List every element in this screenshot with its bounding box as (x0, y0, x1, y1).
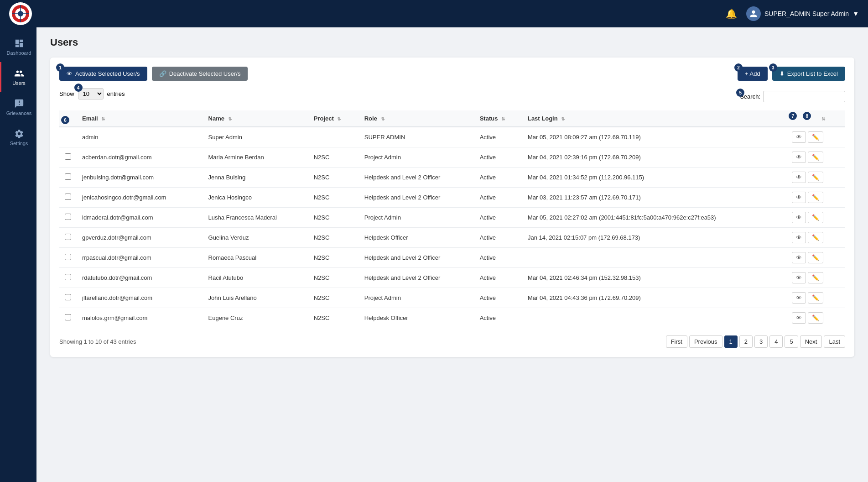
edit-button[interactable]: ✏️ (808, 131, 823, 143)
badge-6: 6 (61, 116, 69, 124)
cell-last_login (522, 248, 786, 268)
activate-button[interactable]: 👁 Activate Selected User/s (59, 67, 147, 81)
view-button[interactable]: 👁 (792, 192, 806, 203)
view-button[interactable]: 👁 (792, 232, 806, 243)
page-next[interactable]: Next (800, 335, 822, 348)
toolbar-left: 1 👁 Activate Selected User/s 🔗 Deactivat… (59, 67, 248, 81)
view-button[interactable]: 👁 (792, 152, 806, 163)
user-menu[interactable]: SUPER_ADMIN Super Admin ▼ (746, 6, 859, 21)
cell-role: Helpdesk and Level 2 Officer (359, 268, 474, 288)
edit-button[interactable]: ✏️ (808, 172, 823, 183)
cell-name: Maria Armine Berdan (203, 147, 308, 168)
edit-button[interactable]: ✏️ (808, 252, 823, 263)
row-checkbox[interactable] (65, 214, 71, 220)
cell-project: N2SC (308, 288, 359, 308)
deactivate-button[interactable]: 🔗 Deactivate Selected User/s (152, 67, 248, 81)
row-checkbox[interactable] (65, 153, 71, 160)
view-button[interactable]: 👁 (792, 131, 806, 143)
edit-button[interactable]: ✏️ (808, 312, 823, 324)
view-button[interactable]: 👁 (792, 272, 806, 283)
table-row: jenbuising.dotr@gmail.comJenna BuisingN2… (59, 168, 845, 188)
show-entries: Show 4 5 10 25 50 100 entries (59, 88, 125, 100)
cell-email: ldmaderal.dotr@gmail.com (77, 208, 203, 228)
cell-role: Project Admin (359, 288, 474, 308)
sidebar-label-grievances: Grievances (6, 110, 32, 116)
row-checkbox[interactable] (65, 254, 71, 260)
row-checkbox[interactable] (65, 294, 71, 300)
sidebar-item-users[interactable]: Users (0, 62, 36, 92)
page-5[interactable]: 5 (785, 335, 798, 348)
col-status: Status ⇅ (474, 110, 522, 127)
col-checkbox: 6 (59, 110, 77, 127)
cell-project: N2SC (308, 168, 359, 188)
cell-actions: 👁✏️ (786, 308, 845, 328)
sidebar-item-settings[interactable]: Settings (0, 122, 36, 152)
page-3[interactable]: 3 (754, 335, 768, 348)
cell-name: John Luis Arellano (203, 288, 308, 308)
view-button[interactable]: 👁 (792, 312, 806, 324)
cell-status: Active (474, 288, 522, 308)
view-button[interactable]: 👁 (792, 212, 806, 223)
cell-email: malolos.grm@gmail.com (77, 308, 203, 328)
edit-button[interactable]: ✏️ (808, 212, 823, 223)
page-title: Users (50, 37, 854, 48)
add-btn-wrapper: 2 + Add (738, 67, 768, 81)
table-row: adminSuper AdminSUPER ADMINActiveMar 05,… (59, 127, 845, 147)
toolbar-right: 2 + Add 3 ⬇ Export List to Excel (738, 67, 845, 81)
cell-last_login: Mar 04, 2021 01:34:52 pm (112.200.96.115… (522, 168, 786, 188)
activate-btn-wrapper: 1 👁 Activate Selected User/s (59, 67, 147, 81)
cell-email: acberdan.dotr@gmail.com (77, 147, 203, 168)
page-previous[interactable]: Previous (689, 335, 722, 348)
badge-4: 4 (74, 84, 83, 92)
edit-button[interactable]: ✏️ (808, 272, 823, 283)
sidebar-label-settings: Settings (10, 141, 28, 146)
sidebar-item-dashboard[interactable]: Dashboard (0, 32, 36, 62)
sidebar-label-dashboard: Dashboard (7, 50, 31, 56)
search-bar: 5 Search: (740, 91, 845, 102)
col-last-login: Last Login ⇅ (522, 110, 786, 127)
page-last[interactable]: Last (824, 335, 845, 348)
cell-last_login (522, 308, 786, 328)
edit-button[interactable]: ✏️ (808, 152, 823, 163)
cell-project: N2SC (308, 208, 359, 228)
row-checkbox[interactable] (65, 194, 71, 200)
cell-actions: 👁✏️ (786, 168, 845, 188)
page-first[interactable]: First (666, 335, 687, 348)
edit-button[interactable]: ✏️ (808, 232, 823, 243)
cell-project: N2SC (308, 248, 359, 268)
badge-1: 1 (56, 63, 64, 72)
edit-button[interactable]: ✏️ (808, 292, 823, 304)
notification-icon[interactable]: 🔔 (726, 8, 737, 19)
cell-project: N2SC (308, 147, 359, 168)
view-button[interactable]: 👁 (792, 172, 806, 183)
search-input[interactable] (763, 91, 845, 102)
show-label: Show (59, 90, 74, 97)
cell-role: SUPER ADMIN (359, 127, 474, 147)
cell-actions: 👁✏️ (786, 208, 845, 228)
row-checkbox[interactable] (65, 274, 71, 280)
table-row: rdatutubo.dotr@gmail.comRacil AtutuboN2S… (59, 268, 845, 288)
cell-email: gpverduz.dotr@gmail.com (77, 228, 203, 248)
col-actions: 7 8 ⇅ (786, 110, 845, 127)
row-checkbox[interactable] (65, 173, 71, 180)
add-label: + Add (745, 70, 760, 77)
cell-last_login: Jan 14, 2021 02:15:07 pm (172.69.68.173) (522, 228, 786, 248)
page-4[interactable]: 4 (769, 335, 783, 348)
topnav: 🔔 SUPER_ADMIN Super Admin ▼ (0, 0, 868, 27)
cell-status: Active (474, 127, 522, 147)
pagination-row: Showing 1 to 10 of 43 entries First Prev… (59, 335, 845, 348)
row-checkbox[interactable] (65, 234, 71, 240)
badge-3: 3 (769, 63, 777, 72)
view-button[interactable]: 👁 (792, 252, 806, 263)
row-checkbox[interactable] (65, 314, 71, 320)
badge-2: 2 (734, 63, 743, 72)
sidebar-item-grievances[interactable]: Grievances (0, 92, 36, 122)
topnav-right: 🔔 SUPER_ADMIN Super Admin ▼ (726, 6, 859, 21)
page-1[interactable]: 1 (724, 335, 738, 348)
table-row: malolos.grm@gmail.comEugene CruzN2SCHelp… (59, 308, 845, 328)
export-button[interactable]: ⬇ Export List to Excel (772, 67, 845, 81)
page-2[interactable]: 2 (739, 335, 753, 348)
badge-col2: 8 (803, 112, 811, 120)
view-button[interactable]: 👁 (792, 292, 806, 304)
edit-button[interactable]: ✏️ (808, 192, 823, 203)
